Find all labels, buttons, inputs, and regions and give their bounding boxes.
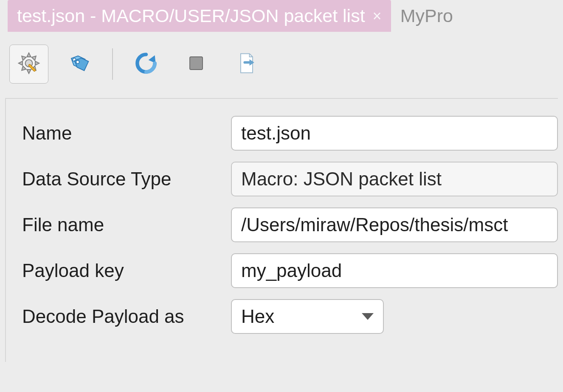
close-icon[interactable]: × [373,7,382,25]
payload-key-input[interactable] [231,253,558,288]
export-button[interactable] [227,45,266,84]
row-decode-payload-as: Decode Payload as Hex [22,299,558,334]
tab-inactive[interactable]: MyPro [391,0,462,32]
refresh-icon [133,50,159,78]
stop-icon [183,50,209,78]
data-source-type-value: Macro: JSON packet list [241,168,442,190]
row-data-source-type: Data Source Type Macro: JSON packet list [22,162,558,196]
gear-icon [16,50,42,78]
tab-active[interactable]: test.json - MACRO/USER/JSON packet list … [8,0,391,32]
chevron-down-icon [362,313,374,320]
label-data-source-type: Data Source Type [22,168,231,190]
export-icon [234,50,259,78]
refresh-button[interactable] [127,45,166,84]
tag-icon [66,50,92,78]
tab-bar: test.json - MACRO/USER/JSON packet list … [0,0,563,32]
row-file-name: File name [22,207,558,242]
toolbar [6,41,557,87]
tags-button[interactable] [59,45,99,84]
label-payload-key: Payload key [22,260,231,281]
decode-payload-as-select[interactable]: Hex [231,299,384,334]
row-payload-key: Payload key [22,253,558,288]
file-name-input[interactable] [231,207,558,242]
label-file-name: File name [22,214,231,235]
tab-inactive-label: MyPro [400,6,453,26]
label-decode-payload-as: Decode Payload as [22,306,231,327]
tab-active-label: test.json - MACRO/USER/JSON packet list [17,6,365,26]
toolbar-area [0,32,563,98]
decode-payload-as-value: Hex [241,306,274,327]
svg-rect-4 [190,57,203,70]
settings-button[interactable] [9,45,48,84]
properties-panel: Name Data Source Type Macro: JSON packet… [5,98,558,362]
toolbar-separator [112,48,113,80]
stop-button[interactable] [177,45,216,84]
name-input[interactable] [231,116,558,151]
data-source-type-select[interactable]: Macro: JSON packet list [231,162,558,196]
label-name: Name [22,123,231,144]
row-name: Name [22,116,558,151]
